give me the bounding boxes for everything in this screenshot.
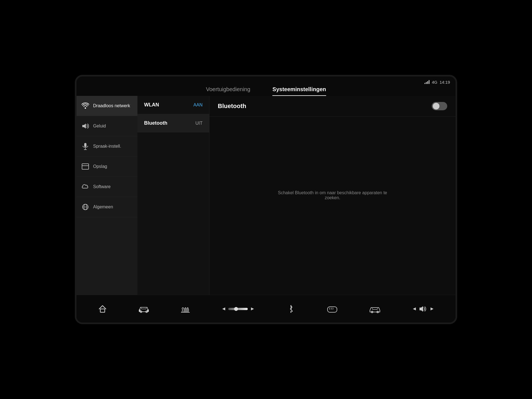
sidebar-label-opslag: Opslag (93, 164, 107, 170)
bluetooth-message: Schakel Bluetooth in om naar beschikbare… (271, 190, 394, 200)
signal-icon (424, 80, 429, 84)
sidebar-label-draadloos: Draadloos netwerk (93, 103, 130, 109)
wlan-value: AAN (193, 103, 203, 108)
main-content: Draadloos netwerk Geluid (76, 96, 456, 295)
svg-point-0 (85, 108, 86, 109)
rear-heat-button[interactable] (324, 302, 341, 316)
sound-icon (81, 122, 89, 130)
wlan-label: WLAN (144, 102, 159, 108)
detail-panel: Bluetooth Schakel Bluetooth in om naar b… (209, 96, 456, 295)
globe-icon (81, 203, 89, 211)
tab-voertuig[interactable]: Voertuigbediening (195, 83, 261, 96)
heat-button[interactable] (178, 301, 193, 317)
wifi-icon (81, 102, 89, 110)
svg-rect-5 (82, 164, 89, 169)
volume-control: ◄ ► (409, 303, 437, 315)
bottom-bar: ◄ ► (76, 295, 456, 323)
svg-rect-16 (328, 307, 337, 312)
volume-icon (419, 305, 427, 313)
sidebar-label-geluid: Geluid (93, 123, 106, 129)
svg-point-15 (290, 308, 292, 310)
toggle-knob (433, 103, 439, 109)
mic-icon (81, 142, 89, 150)
bluetooth-label: Bluetooth (144, 120, 167, 126)
status-bar: 4G 14:19 (400, 76, 456, 88)
bluetooth-value: UIT (195, 121, 203, 126)
sidebar: Draadloos netwerk Geluid (76, 96, 137, 295)
detail-header: Bluetooth (209, 96, 456, 117)
sidebar-item-geluid[interactable]: Geluid (76, 116, 137, 136)
sidebar-item-draadloos[interactable]: Draadloos netwerk (76, 96, 137, 116)
sidebar-item-opslag[interactable]: Opslag (76, 157, 137, 177)
settings-row-container: WLAN AAN Bluetooth UIT Bluetooth (137, 96, 456, 295)
temp-control: ◄ ► (219, 303, 258, 314)
setting-row-wlan[interactable]: WLAN AAN (137, 96, 209, 114)
sidebar-label-spraak: Spraak-instell. (93, 144, 121, 149)
fan-button[interactable] (283, 301, 299, 317)
clock: 14:19 (439, 80, 450, 85)
sidebar-item-software[interactable]: Software (76, 177, 137, 197)
tab-bar: Voertuigbediening Systeeminstellingen (76, 76, 456, 96)
signal-type: 4G (432, 80, 437, 85)
settings-panel: WLAN AAN Bluetooth UIT Bluetooth (137, 96, 456, 295)
storage-icon (81, 163, 89, 170)
tab-systeem[interactable]: Systeeminstellingen (261, 83, 337, 96)
cloud-icon (81, 183, 89, 191)
svg-marker-19 (420, 306, 423, 312)
sidebar-item-algemeen[interactable]: Algemeen (76, 197, 137, 217)
sidebar-item-spraak[interactable]: Spraak-instell. (76, 136, 137, 157)
svg-rect-2 (84, 143, 86, 147)
sidebar-label-algemeen: Algemeen (93, 204, 113, 210)
volume-right-arrow[interactable]: ► (429, 306, 434, 312)
volume-left-arrow[interactable]: ◄ (412, 306, 417, 312)
svg-marker-1 (82, 124, 86, 129)
temp-right-arrow[interactable]: ► (250, 306, 255, 312)
svg-rect-10 (100, 309, 105, 312)
temp-left-arrow[interactable]: ◄ (221, 306, 226, 312)
sidebar-label-software: Software (93, 184, 111, 190)
car-outline-button[interactable] (366, 302, 384, 316)
bluetooth-toggle[interactable] (432, 102, 447, 110)
detail-title: Bluetooth (218, 103, 246, 110)
home-button[interactable] (95, 301, 110, 317)
settings-list: WLAN AAN Bluetooth UIT (137, 96, 209, 295)
car-button[interactable] (135, 302, 152, 316)
setting-row-bluetooth[interactable]: Bluetooth UIT (137, 114, 209, 132)
